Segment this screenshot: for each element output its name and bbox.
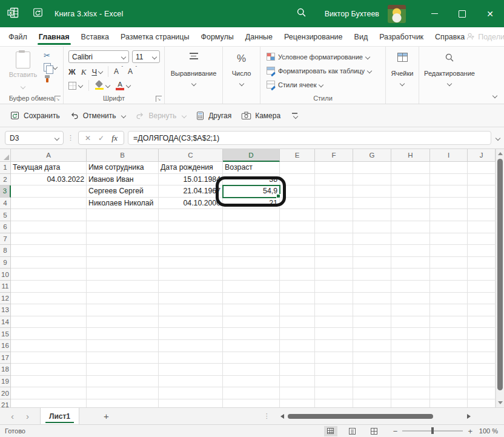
cell-C20[interactable] — [159, 387, 223, 399]
cell-D7[interactable] — [223, 233, 280, 245]
cell-H14[interactable] — [391, 316, 430, 329]
cell-E17[interactable] — [280, 352, 315, 364]
cell-A4[interactable] — [11, 198, 87, 210]
cell-G16[interactable] — [353, 340, 391, 352]
cell-B16[interactable] — [87, 340, 159, 352]
cell-H1[interactable] — [391, 162, 430, 174]
cell-B21[interactable] — [87, 399, 159, 407]
camera-button[interactable]: Камера — [241, 112, 280, 120]
cell-C12[interactable] — [159, 293, 223, 305]
cell-J1[interactable] — [468, 162, 496, 174]
cell-F10[interactable] — [315, 269, 353, 281]
cell-D4[interactable]: 21 — [223, 198, 280, 210]
cell-B8[interactable] — [87, 245, 159, 257]
cell-F21[interactable] — [315, 399, 353, 407]
cell-E5[interactable] — [280, 209, 315, 221]
cell-B14[interactable] — [87, 316, 159, 329]
cell-H4[interactable] — [391, 198, 430, 210]
tab-рецензирование[interactable]: Рецензирование — [283, 27, 344, 46]
cell-B12[interactable] — [87, 293, 159, 305]
cell-A2[interactable]: 04.03.2022 — [11, 174, 87, 186]
cell-I8[interactable] — [430, 245, 468, 257]
cell-G8[interactable] — [353, 245, 391, 257]
cell-J12[interactable] — [468, 293, 496, 305]
cell-J11[interactable] — [468, 281, 496, 293]
column-header-J[interactable]: J — [468, 149, 496, 162]
cell-F14[interactable] — [315, 316, 353, 329]
cell-J18[interactable] — [468, 364, 496, 376]
cell-C13[interactable] — [159, 304, 223, 316]
cell-E11[interactable] — [280, 281, 315, 293]
cell-B2[interactable]: Иванов Иван — [87, 174, 159, 186]
cell-B6[interactable] — [87, 221, 159, 233]
cell-F2[interactable] — [315, 174, 353, 186]
cell-G17[interactable] — [353, 352, 391, 364]
cell-B20[interactable] — [87, 387, 159, 399]
cell-E14[interactable] — [280, 316, 315, 329]
row-header-11[interactable]: 11 — [0, 281, 11, 293]
cell-J19[interactable] — [468, 376, 496, 388]
zoom-in-button[interactable]: + — [468, 427, 472, 436]
cell-I18[interactable] — [430, 364, 468, 376]
search-icon[interactable] — [296, 7, 307, 20]
enter-formula-button[interactable]: ✓ — [98, 134, 104, 142]
cell-F7[interactable] — [315, 233, 353, 245]
cell-D5[interactable] — [223, 209, 280, 221]
cell-styles-button[interactable]: Стили ячеек — [267, 81, 323, 88]
cell-I1[interactable] — [430, 162, 468, 174]
minimize-button[interactable] — [420, 0, 448, 27]
cell-A9[interactable] — [11, 257, 87, 269]
column-header-B[interactable]: B — [87, 149, 159, 162]
cell-F19[interactable] — [315, 376, 353, 388]
cell-C3[interactable]: 21.04.1967 — [159, 185, 223, 198]
grow-font-button[interactable]: Аˆ — [114, 67, 122, 76]
cell-C19[interactable] — [159, 376, 223, 388]
cell-F3[interactable] — [315, 185, 353, 198]
cell-A16[interactable] — [11, 340, 87, 352]
row-header-7[interactable]: 7 — [0, 233, 11, 245]
column-header-G[interactable]: G — [353, 149, 391, 162]
cell-B19[interactable] — [87, 376, 159, 388]
row-header-8[interactable]: 8 — [0, 245, 11, 257]
cell-F4[interactable] — [315, 198, 353, 210]
cell-H17[interactable] — [391, 352, 430, 364]
cell-H15[interactable] — [391, 328, 430, 340]
cell-B11[interactable] — [87, 281, 159, 293]
cell-H16[interactable] — [391, 340, 430, 352]
cell-C14[interactable] — [159, 316, 223, 329]
cell-H7[interactable] — [391, 233, 430, 245]
cell-B4[interactable]: Николаев Николай — [87, 198, 159, 210]
cell-H8[interactable] — [391, 245, 430, 257]
column-header-H[interactable]: H — [391, 149, 430, 162]
tab-главная[interactable]: Главная — [38, 27, 71, 46]
cell-J10[interactable] — [468, 269, 496, 281]
tab-вставка[interactable]: Вставка — [80, 27, 110, 46]
tab-разметка-страницы[interactable]: Разметка страницы — [119, 27, 190, 46]
cell-B7[interactable] — [87, 233, 159, 245]
tab-файл[interactable]: Файл — [7, 27, 28, 46]
cell-J8[interactable] — [468, 245, 496, 257]
maximize-button[interactable] — [448, 0, 476, 27]
font-size-combo[interactable]: 11 — [132, 50, 160, 63]
cell-B17[interactable] — [87, 352, 159, 364]
zoom-slider[interactable] — [402, 430, 463, 432]
expand-formula-bar-icon[interactable] — [496, 135, 500, 140]
cell-H5[interactable] — [391, 209, 430, 221]
cell-E4[interactable] — [280, 198, 315, 210]
cell-J13[interactable] — [468, 304, 496, 316]
cell-I12[interactable] — [430, 293, 468, 305]
cell-E19[interactable] — [280, 376, 315, 388]
cell-D15[interactable] — [223, 328, 280, 340]
number-group[interactable]: % Число — [223, 47, 260, 104]
previous-sheet-button[interactable]: ‹ — [11, 412, 14, 421]
cell-F8[interactable] — [315, 245, 353, 257]
cell-G6[interactable] — [353, 221, 391, 233]
cell-D8[interactable] — [223, 245, 280, 257]
page-layout-view-button[interactable] — [346, 426, 359, 436]
cell-F16[interactable] — [315, 340, 353, 352]
cell-H20[interactable] — [391, 387, 430, 399]
cell-H10[interactable] — [391, 269, 430, 281]
cell-G5[interactable] — [353, 209, 391, 221]
vertical-scroll-thumb[interactable] — [497, 159, 503, 390]
cell-J5[interactable] — [468, 209, 496, 221]
